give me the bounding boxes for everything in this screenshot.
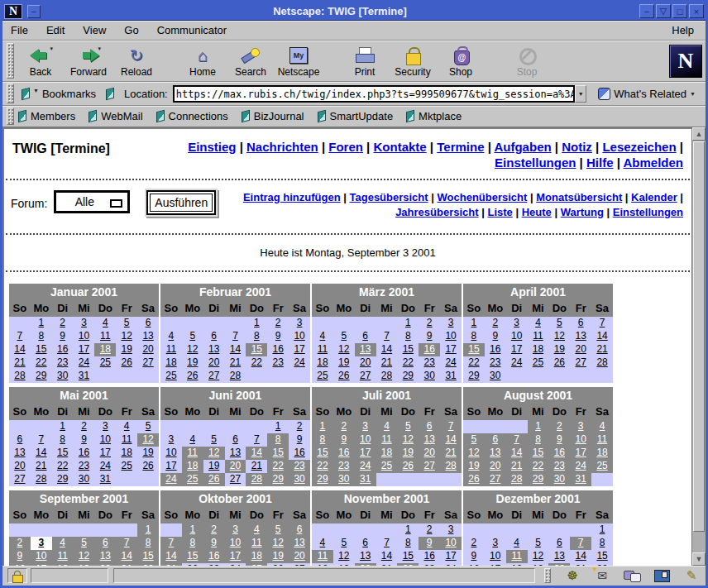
search-button[interactable]: Search [227,41,275,80]
mailbox-icon[interactable] [593,568,611,583]
day-link[interactable]: 3 [232,523,238,535]
day-link[interactable]: 27 [230,473,241,485]
day-link[interactable]: 11 [57,550,67,562]
day-link[interactable]: 7 [17,330,23,342]
day-link[interactable]: 4 [103,317,108,328]
day-link[interactable]: 17 [360,447,371,458]
shop-button[interactable]: Shop [437,41,485,80]
day-link[interactable]: 1 [600,523,605,535]
day-link[interactable]: 12 [403,433,414,445]
day-link[interactable]: 8 [254,330,260,342]
day-link[interactable]: 28 [596,356,607,368]
day-link[interactable]: 13 [554,550,565,562]
day-link[interactable]: 27 [208,370,219,381]
day-link[interactable]: 29 [273,473,284,485]
day-link[interactable]: 22 [57,460,68,471]
day-link[interactable]: 24 [294,356,304,368]
day-link[interactable]: 6 [297,523,303,535]
day-link[interactable]: 24 [165,473,176,485]
day-link[interactable]: 15 [251,343,262,355]
day-link[interactable]: 9 [427,330,433,342]
day-link[interactable]: 10 [511,330,522,342]
reload-button[interactable]: ↻Reload [112,41,160,80]
scroll-down-arrow[interactable]: ▼ [692,552,706,566]
day-link[interactable]: 26 [208,473,219,485]
day-link[interactable]: 11 [100,330,110,342]
day-link[interactable]: 22 [468,356,479,368]
day-link[interactable]: 2 [60,317,65,328]
day-link[interactable]: 17 [294,343,304,355]
personal-bookmark-mktplace[interactable]: Mktplace [404,110,462,122]
day-link[interactable]: 30 [424,370,435,381]
day-link[interactable]: 25 [596,460,607,471]
day-link[interactable]: 17 [79,343,89,355]
day-link[interactable]: 18 [251,550,262,562]
day-link[interactable]: 17 [100,447,111,458]
day-link[interactable]: 11 [122,433,132,445]
day-link[interactable]: 14 [251,447,262,458]
day-link[interactable]: 2 [297,420,303,432]
day-link[interactable]: 20 [208,356,219,368]
day-link[interactable]: 8 [38,330,44,342]
day-link[interactable]: 19 [403,447,414,458]
day-link[interactable]: 8 [600,537,605,548]
day-link[interactable]: 24 [576,460,586,471]
day-link[interactable]: 24 [445,356,456,368]
day-link[interactable]: 17 [36,563,46,566]
day-link[interactable]: 7 [578,537,584,548]
day-link[interactable]: 29 [36,370,46,381]
day-link[interactable]: 10 [230,537,241,548]
day-link[interactable]: 15 [142,550,153,562]
day-link[interactable]: 28 [251,473,262,485]
day-link[interactable]: 13 [142,330,153,342]
day-link[interactable]: 26 [273,563,284,566]
toolbar-grip[interactable] [7,43,14,79]
forum-select[interactable]: Alle [54,190,130,213]
stop-button[interactable]: Stop [503,41,551,80]
day-link[interactable]: 31 [445,370,456,381]
day-link[interactable]: 24 [100,460,111,471]
day-link[interactable]: 17 [576,447,586,458]
day-link[interactable]: 26 [403,460,414,471]
security-button[interactable]: Security [389,41,437,80]
day-link[interactable]: 10 [100,433,111,445]
day-link[interactable]: 10 [445,537,456,548]
day-link[interactable]: 3 [297,317,303,328]
day-link[interactable]: 17 [230,550,241,562]
home-button[interactable]: ⌂Home [179,41,227,80]
day-link[interactable]: 7 [600,317,605,328]
day-link[interactable]: 21 [511,460,522,471]
day-link[interactable]: 2 [557,420,562,432]
day-link[interactable]: 19 [273,550,284,562]
day-link[interactable]: 19 [187,356,198,368]
day-link[interactable]: 13 [208,343,219,355]
day-link[interactable]: 19 [533,563,543,566]
day-link[interactable]: 22 [317,460,328,471]
day-link[interactable]: 19 [79,563,89,566]
back-button[interactable]: ▾Back [17,41,65,80]
day-link[interactable]: 6 [578,317,584,328]
day-link[interactable]: 9 [81,433,87,445]
day-link[interactable]: 16 [338,447,349,458]
day-link[interactable]: 21 [230,356,241,368]
day-link[interactable]: 1 [405,523,411,535]
day-link[interactable]: 10 [360,433,371,445]
day-link[interactable]: 16 [424,550,435,562]
vertical-scrollbar[interactable]: ▲ ▼ [691,127,706,566]
day-link[interactable]: 14 [576,550,586,562]
scroll-up-arrow[interactable]: ▲ [692,127,706,141]
day-link[interactable]: 11 [318,550,328,562]
day-link[interactable]: 15 [36,343,46,355]
day-link[interactable]: 18 [165,356,176,368]
day-link[interactable]: 16 [424,343,435,355]
day-link[interactable]: 13 [294,537,304,548]
link-jahresübersicht[interactable]: Jahresübersicht [395,206,478,218]
day-link[interactable]: 19 [338,356,349,368]
day-link[interactable]: 25 [122,460,132,471]
link-hilfe[interactable]: Hilfe [586,155,614,170]
day-link[interactable]: 25 [187,473,198,485]
forward-button[interactable]: ▾Forward [65,41,112,80]
minimize-button[interactable]: − [639,4,654,18]
day-link[interactable]: 23 [294,460,304,471]
personal-toolbar-grip[interactable] [7,108,14,125]
